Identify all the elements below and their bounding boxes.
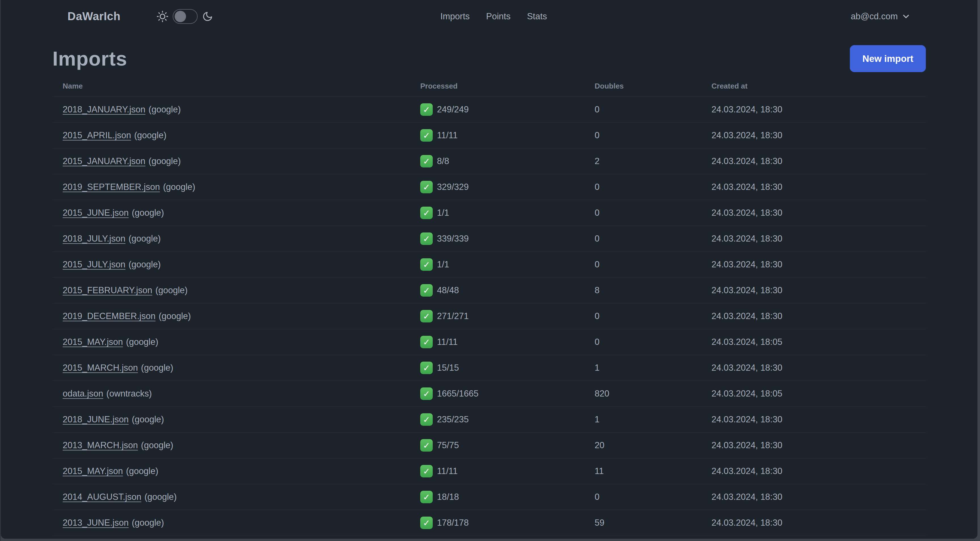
doubles-cell: 2	[595, 156, 711, 166]
import-source-label: (owntracks)	[107, 389, 152, 399]
import-source-label: (google)	[155, 285, 188, 295]
import-source-label: (google)	[134, 130, 167, 140]
doubles-cell: 0	[595, 337, 711, 347]
table-row: 2013_MARCH.json(google) ✓ 75/75 20 24.03…	[52, 432, 926, 458]
imports-table-rows: 2018_JANUARY.json(google) ✓ 249/249 0 24…	[52, 96, 926, 536]
main-content: Imports New import Name Processed Double…	[52, 45, 926, 539]
success-check-icon: ✓	[420, 284, 433, 297]
navbar: DaWarIch	[1, 0, 977, 33]
processed-count: 339/339	[437, 234, 469, 244]
column-header-created-at: Created at	[711, 82, 926, 91]
created-at-cell: 24.03.2024, 18:30	[711, 363, 926, 373]
processed-cell: ✓ 75/75	[420, 439, 595, 452]
table-row: 2019_SEPTEMBER.json(google) ✓ 329/329 0 …	[52, 174, 926, 200]
created-at-cell: 24.03.2024, 18:30	[711, 466, 926, 476]
import-name-cell: 2015_MARCH.json(google)	[52, 363, 420, 373]
success-check-icon: ✓	[420, 388, 433, 400]
processed-cell: ✓ 11/11	[420, 465, 595, 477]
import-file-link[interactable]: 2015_JULY.json	[63, 259, 125, 270]
table-row: 2015_FEBRUARY.json(google) ✓ 48/48 8 24.…	[52, 277, 926, 303]
processed-count: 249/249	[437, 104, 469, 115]
success-check-icon: ✓	[420, 207, 433, 219]
created-at-cell: 24.03.2024, 18:30	[711, 285, 926, 295]
import-file-link[interactable]: 2018_JANUARY.json	[63, 104, 145, 114]
import-name-cell: 2019_DECEMBER.json(google)	[52, 311, 420, 321]
created-at-cell: 24.03.2024, 18:30	[711, 492, 926, 502]
doubles-cell: 0	[595, 311, 711, 321]
processed-count: 178/178	[437, 518, 469, 528]
partial-next-row	[52, 536, 926, 539]
doubles-cell: 0	[595, 208, 711, 218]
processed-cell: ✓ 271/271	[420, 310, 595, 322]
import-source-label: (google)	[163, 182, 196, 192]
import-file-link[interactable]: 2015_MAY.json	[63, 337, 123, 347]
table-row: 2019_DECEMBER.json(google) ✓ 271/271 0 2…	[52, 303, 926, 329]
processed-count: 329/329	[437, 182, 469, 192]
success-check-icon: ✓	[420, 413, 433, 426]
processed-cell: ✓ 11/11	[420, 129, 595, 142]
theme-switch[interactable]	[173, 9, 198, 24]
import-file-link[interactable]: 2015_MARCH.json	[63, 363, 138, 373]
import-file-link[interactable]: 2015_MAY.json	[63, 466, 123, 476]
app-logo[interactable]: DaWarIch	[67, 10, 121, 23]
success-check-icon: ✓	[420, 439, 433, 452]
processed-cell: ✓ 1665/1665	[420, 388, 595, 400]
import-file-link[interactable]: 2019_SEPTEMBER.json	[63, 182, 160, 192]
created-at-cell: 24.03.2024, 18:30	[711, 440, 926, 450]
nav-item-imports[interactable]: Imports	[441, 11, 469, 22]
created-at-cell: 24.03.2024, 18:30	[711, 518, 926, 528]
window-left-edge	[0, 0, 1, 541]
import-file-link[interactable]: 2019_DECEMBER.json	[63, 311, 155, 321]
import-file-link[interactable]: 2015_JUNE.json	[63, 208, 129, 218]
import-file-link[interactable]: 2018_JUNE.json	[63, 414, 129, 425]
import-name-cell: 2015_JULY.json(google)	[52, 259, 420, 270]
doubles-cell: 8	[595, 285, 711, 295]
import-file-link[interactable]: 2015_FEBRUARY.json	[63, 285, 152, 295]
doubles-cell: 1	[595, 363, 711, 373]
processed-cell: ✓ 249/249	[420, 103, 595, 116]
table-row: odata.json(owntracks) ✓ 1665/1665 820 24…	[52, 381, 926, 407]
import-file-link[interactable]: 2013_JUNE.json	[63, 518, 129, 528]
import-file-link[interactable]: odata.json	[63, 389, 103, 399]
success-check-icon: ✓	[420, 181, 433, 193]
processed-count: 1665/1665	[437, 389, 479, 399]
account-dropdown[interactable]: ab@cd.com	[851, 11, 911, 22]
nav-item-stats[interactable]: Stats	[527, 11, 547, 22]
account-email: ab@cd.com	[851, 11, 898, 22]
doubles-cell: 20	[595, 440, 711, 450]
doubles-cell: 0	[595, 130, 711, 140]
created-at-cell: 24.03.2024, 18:30	[711, 208, 926, 218]
success-check-icon: ✓	[420, 129, 433, 142]
import-name-cell: 2014_AUGUST.json(google)	[52, 492, 420, 502]
import-file-link[interactable]: 2015_APRIL.json	[63, 130, 131, 140]
created-at-cell: 24.03.2024, 18:30	[711, 414, 926, 425]
import-file-link[interactable]: 2014_AUGUST.json	[63, 492, 141, 502]
processed-count: 235/235	[437, 414, 469, 425]
moon-icon	[202, 11, 213, 22]
processed-count: 271/271	[437, 311, 469, 321]
table-row: 2015_MAY.json(google) ✓ 11/11 0 24.03.20…	[52, 329, 926, 355]
success-check-icon: ✓	[420, 258, 433, 271]
processed-cell: ✓ 48/48	[420, 284, 595, 297]
import-file-link[interactable]: 2013_MARCH.json	[63, 440, 138, 450]
import-file-link[interactable]: 2015_JANUARY.json	[63, 156, 145, 166]
processed-cell: ✓ 339/339	[420, 233, 595, 245]
table-row: 2015_MAY.json(google) ✓ 11/11 11 24.03.2…	[52, 458, 926, 484]
processed-count: 15/15	[437, 363, 459, 373]
table-row: 2015_JULY.json(google) ✓ 1/1 0 24.03.202…	[52, 252, 926, 277]
import-source-label: (google)	[129, 234, 161, 244]
import-file-link[interactable]: 2018_JULY.json	[63, 234, 125, 244]
nav-item-points[interactable]: Points	[486, 11, 511, 22]
processed-cell: ✓ 329/329	[420, 181, 595, 193]
column-header-name: Name	[52, 82, 420, 91]
import-name-cell: 2015_MAY.json(google)	[52, 466, 420, 476]
doubles-cell: 11	[595, 466, 711, 476]
processed-count: 11/11	[437, 337, 458, 347]
table-row: 2013_JUNE.json(google) ✓ 178/178 59 24.0…	[52, 510, 926, 536]
import-source-label: (google)	[141, 363, 173, 373]
new-import-button[interactable]: New import	[850, 45, 926, 72]
success-check-icon: ✓	[420, 155, 433, 168]
page-header: Imports New import	[52, 45, 926, 72]
theme-toggle[interactable]	[157, 9, 213, 24]
table-row: 2015_JUNE.json(google) ✓ 1/1 0 24.03.202…	[52, 200, 926, 226]
